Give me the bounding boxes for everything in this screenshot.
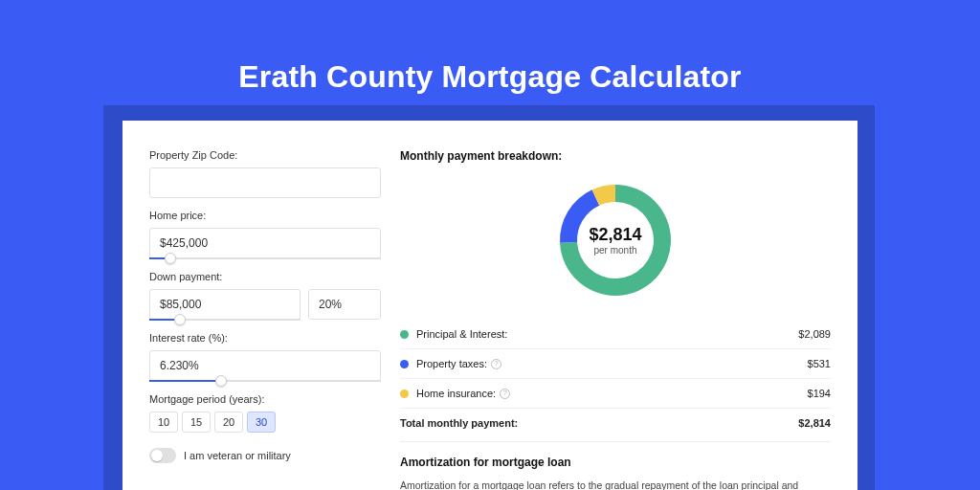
legend-label: Principal & Interest: (416, 328, 798, 340)
interest-input[interactable] (149, 350, 381, 381)
legend-row-2: Home insurance:?$194 (400, 378, 831, 408)
calculator-card: Property Zip Code: Home price: Down paym… (122, 121, 858, 490)
veteran-label: I am veteran or military (184, 450, 291, 461)
legend-value: $194 (808, 388, 831, 399)
period-field-group: Mortgage period (years): 10152030 (149, 393, 381, 433)
legend: Principal & Interest:$2,089Property taxe… (400, 320, 831, 437)
period-option-15[interactable]: 15 (182, 412, 211, 433)
down-payment-input[interactable] (149, 289, 301, 320)
legend-total-label: Total monthly payment: (400, 417, 798, 429)
interest-field-group: Interest rate (%): (149, 332, 381, 382)
legend-label: Home insurance:? (416, 388, 808, 399)
period-label: Mortgage period (years): (149, 393, 381, 405)
legend-row-0: Principal & Interest:$2,089 (400, 320, 831, 348)
veteran-toggle[interactable] (149, 448, 176, 463)
inputs-column: Property Zip Code: Home price: Down paym… (149, 149, 381, 490)
home-price-field-group: Home price: (149, 210, 381, 259)
legend-row-total: Total monthly payment:$2,814 (400, 408, 831, 437)
home-price-label: Home price: (149, 210, 381, 221)
donut-chart: $2,814 per month (400, 168, 831, 312)
donut-center-sub: per month (589, 245, 641, 256)
zip-label: Property Zip Code: (149, 149, 381, 161)
down-payment-slider-thumb[interactable] (174, 314, 186, 325)
interest-slider-fill (149, 380, 221, 382)
zip-field-group: Property Zip Code: (149, 149, 381, 198)
down-payment-label: Down payment: (149, 271, 381, 282)
veteran-toggle-knob (151, 450, 163, 461)
period-option-30[interactable]: 30 (247, 412, 276, 433)
legend-value: $531 (808, 358, 831, 369)
down-payment-pct-input[interactable] (308, 289, 381, 320)
legend-total-value: $2,814 (798, 417, 831, 429)
legend-label: Property taxes:? (416, 358, 808, 369)
legend-row-1: Property taxes:?$531 (400, 348, 831, 378)
interest-slider-thumb[interactable] (215, 375, 227, 387)
info-icon[interactable]: ? (500, 389, 510, 399)
down-payment-field-group: Down payment: (149, 271, 381, 321)
home-price-slider[interactable] (149, 257, 381, 259)
period-options: 10152030 (149, 412, 381, 433)
period-option-20[interactable]: 20 (214, 412, 243, 433)
legend-dot (400, 360, 409, 368)
down-payment-slider[interactable] (149, 319, 301, 321)
interest-slider[interactable] (149, 380, 381, 382)
legend-dot (400, 390, 409, 398)
legend-dot (400, 330, 409, 339)
donut-center: $2,814 per month (589, 225, 641, 256)
info-icon[interactable]: ? (491, 359, 501, 369)
breakdown-column: Monthly payment breakdown: $2,814 per mo… (400, 149, 831, 490)
home-price-slider-thumb[interactable] (165, 253, 176, 264)
amortization-title: Amortization for mortgage loan (400, 441, 831, 469)
period-option-10[interactable]: 10 (149, 412, 178, 433)
zip-input[interactable] (149, 167, 381, 198)
veteran-row: I am veteran or military (149, 448, 381, 463)
page-title: Erath County Mortgage Calculator (0, 0, 980, 95)
donut-center-value: $2,814 (589, 225, 641, 245)
home-price-input[interactable] (149, 228, 381, 258)
breakdown-title: Monthly payment breakdown: (400, 149, 831, 163)
interest-label: Interest rate (%): (149, 332, 381, 344)
legend-value: $2,089 (798, 328, 831, 340)
amortization-text: Amortization for a mortgage loan refers … (400, 479, 831, 490)
